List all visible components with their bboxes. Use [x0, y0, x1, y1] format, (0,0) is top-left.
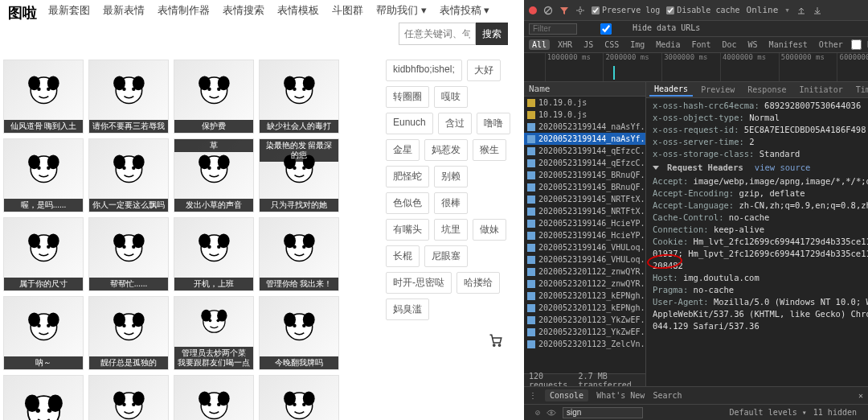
type-filter-media[interactable]: Media	[653, 39, 683, 50]
type-filter-doc[interactable]: Doc	[719, 39, 740, 50]
nav-item[interactable]: 最新表情	[98, 0, 149, 21]
detail-tab-headers[interactable]: Headers	[649, 83, 693, 97]
request-row[interactable]: 10.19.0.js	[524, 97, 645, 109]
name-column-header[interactable]: Name	[524, 82, 645, 97]
meme-item[interactable]: 靓仔总是孤独的	[88, 296, 169, 370]
request-row[interactable]: 20200523199146_VHULoq.jpg	[524, 253, 645, 266]
console-tab[interactable]: Console	[545, 389, 588, 401]
type-filter-xhr[interactable]: XHR	[555, 39, 575, 50]
search-button[interactable]: 搜索	[476, 23, 508, 45]
tag-item[interactable]: 哈搂给	[457, 272, 500, 294]
meme-item[interactable]: 管理你给 我出来！	[259, 217, 339, 291]
meme-item[interactable]: 偶尔	[174, 375, 254, 420]
request-row[interactable]: 20200523199144_naAsYf.jpg	[524, 121, 645, 133]
type-filter-other[interactable]: Other	[816, 39, 846, 50]
request-row[interactable]: 20200523199144_naAsYf.jpg	[524, 133, 645, 145]
preserve-log-toggle[interactable]: Preserve log	[592, 6, 660, 14]
console-filter-input[interactable]	[563, 407, 643, 418]
drawer-close-icon[interactable]: ✕	[858, 391, 863, 400]
meme-item[interactable]: 你人一定要这么飘吗	[88, 138, 169, 212]
request-row[interactable]: 20200523199145_BRnuQF.jpg	[524, 169, 645, 181]
tag-item[interactable]: 肥怪蛇	[386, 166, 429, 187]
tag-item[interactable]: 有嘴头	[386, 219, 429, 241]
throttle-select[interactable]: Online	[747, 5, 779, 15]
tag-item[interactable]: 坑里	[434, 219, 468, 241]
meme-item[interactable]: 开机，上班	[174, 217, 254, 291]
cart-icon[interactable]	[489, 333, 503, 348]
type-filter-img[interactable]: Img	[627, 39, 648, 50]
meme-item[interactable]	[3, 375, 84, 420]
download-icon[interactable]	[813, 6, 822, 15]
disable-cache-toggle[interactable]: Disable cache	[666, 6, 739, 14]
tag-item[interactable]: 妈惹发	[424, 139, 468, 161]
tag-item[interactable]: 转圈圈	[386, 86, 429, 108]
detail-tab-preview[interactable]: Preview	[696, 84, 739, 96]
meme-item[interactable]: 管理员去炒两个菜 我要跟群友们喝一点	[174, 296, 254, 370]
clear-icon[interactable]	[543, 6, 553, 15]
tag-item[interactable]: 别赖	[434, 166, 468, 187]
request-row[interactable]: 20200523199145_NRTFtX.jpg	[524, 193, 645, 205]
meme-item[interactable]: 属于你的尺寸	[3, 217, 84, 291]
request-row[interactable]: 20200523199144_qEfzcC.png	[524, 145, 645, 157]
request-row[interactable]: 20200523199144_qEfzcC.png	[524, 157, 645, 169]
type-filter-font[interactable]: Font	[688, 39, 714, 50]
settings-icon[interactable]	[575, 6, 585, 15]
meme-item[interactable]: 帮帮忙......	[88, 217, 169, 291]
tag-item[interactable]: 做妹	[473, 219, 506, 241]
tag-item[interactable]: kidbhfbo;ishel;	[386, 60, 462, 81]
meme-item[interactable]: 保护费	[174, 60, 254, 134]
request-row[interactable]: 20200523199146_HcieYP.jpg	[524, 217, 645, 229]
type-filter-css[interactable]: CSS	[601, 39, 622, 50]
filter-toggle-icon[interactable]	[559, 6, 569, 15]
request-row[interactable]: 20200523199145_NRTFtX.jpg	[524, 205, 645, 217]
meme-item[interactable]: 今晚翻我牌吗	[259, 296, 339, 370]
nav-item[interactable]: 表情模板	[272, 0, 324, 21]
upload-icon[interactable]	[796, 6, 806, 15]
request-row[interactable]: 20200523201123_kEPNgh.jpg	[524, 302, 645, 314]
timeline[interactable]: 1000000 ms2000000 ms3000000 ms4000000 ms…	[524, 53, 868, 82]
request-row[interactable]: 20200523201123_YkZwEF.jpg	[524, 326, 645, 338]
meme-item[interactable]: 仙风道骨 嗨到入土	[3, 60, 84, 134]
request-headers-section[interactable]: Request Headersview source	[646, 160, 868, 175]
whatsnew-tab[interactable]: What's New	[596, 391, 645, 400]
request-row[interactable]: 20200523201122_znwQYR.jpg	[524, 266, 645, 278]
detail-tab-response[interactable]: Response	[743, 84, 791, 96]
meme-item[interactable]: 请你不要再三若辱我	[88, 60, 169, 134]
has-blocked-toggle[interactable]: Has blocked cookies	[851, 39, 868, 50]
request-row[interactable]: 20200523199146_HcieYP.jpg	[524, 229, 645, 241]
request-row[interactable]: 20200523201122_znwQYR.jpg	[524, 278, 645, 290]
log-levels-dropdown[interactable]: Default levels ▾	[729, 408, 806, 417]
tag-item[interactable]: 很棒	[434, 192, 468, 214]
drawer-search-tab[interactable]: Search	[653, 391, 682, 400]
tag-item[interactable]: 金星	[386, 139, 420, 161]
detail-tab-initiator[interactable]: Initiator	[794, 84, 847, 96]
tag-item[interactable]: 猴生	[473, 139, 506, 161]
tag-item[interactable]: 妈臭滥	[386, 299, 429, 320]
meme-item[interactable]: 缺少社会人的毒打	[259, 60, 339, 134]
tag-item[interactable]: 大好	[467, 60, 501, 81]
tag-item[interactable]: 长棍	[386, 245, 420, 267]
nav-item[interactable]: 帮助我们 ▾	[371, 0, 432, 21]
type-filter-ws[interactable]: WS	[745, 39, 761, 50]
tag-item[interactable]: 噜噜	[477, 113, 510, 134]
type-filter-manifest[interactable]: Manifest	[766, 39, 811, 50]
tag-item[interactable]: 色似色	[386, 192, 429, 214]
meme-item[interactable]: 染最艳的发 留最深的疤只为寻找对的她	[259, 138, 339, 212]
eye-icon[interactable]	[547, 408, 556, 418]
tag-item[interactable]: 时开-思密哒	[386, 272, 452, 294]
hide-data-urls-toggle[interactable]: Hide data URLs	[582, 23, 700, 35]
type-filter-js[interactable]: JS	[580, 39, 596, 50]
tag-item[interactable]: 尼眼塞	[424, 245, 468, 267]
tag-item[interactable]: 嘎吱	[434, 86, 468, 108]
search-input[interactable]	[399, 23, 476, 45]
type-filter-all[interactable]: All	[529, 39, 550, 50]
nav-item[interactable]: 斗图群	[327, 0, 368, 21]
nav-item[interactable]: 表情制作器	[153, 0, 215, 21]
meme-item[interactable]: 喔，是吗......	[3, 138, 84, 212]
nav-item[interactable]: 表情搜索	[218, 0, 269, 21]
tag-item[interactable]: Eunuch	[386, 113, 433, 134]
request-row[interactable]: 20200523199145_BRnuQF.jpg	[524, 181, 645, 193]
request-row[interactable]: 20200523201123_YkZwEF.jpg	[524, 314, 645, 326]
detail-tab-timing[interactable]: Timing	[851, 84, 868, 96]
filter-input[interactable]	[529, 23, 577, 35]
